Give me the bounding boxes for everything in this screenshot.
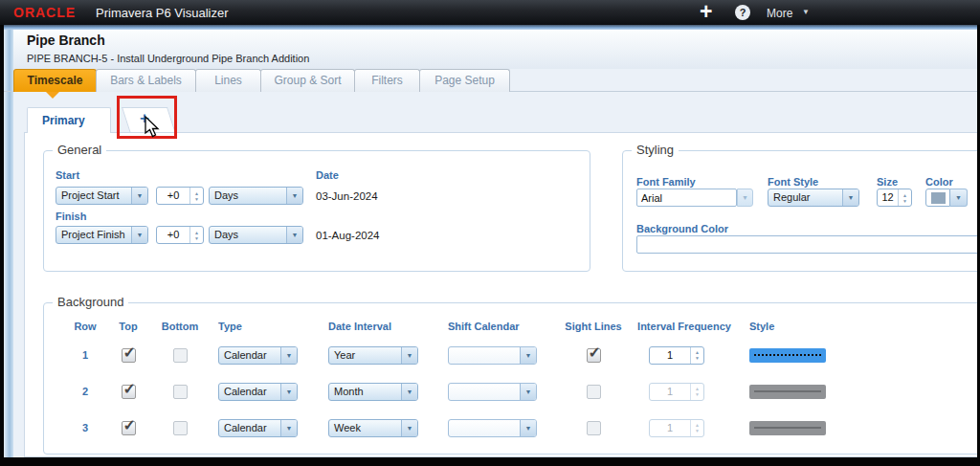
tab-lines[interactable]: Lines xyxy=(195,69,261,92)
chevron-down-icon[interactable] xyxy=(286,227,302,243)
sight-lines-checkbox[interactable] xyxy=(587,385,601,399)
background-color-input[interactable] xyxy=(636,235,980,254)
interval-frequency-spinner[interactable]: 1 xyxy=(649,346,704,365)
background-legend: Background xyxy=(53,295,128,309)
tab-page-setup[interactable]: Page Setup xyxy=(419,69,510,92)
background-row-number: 2 xyxy=(82,386,88,397)
font-family-input[interactable] xyxy=(636,189,737,207)
finish-anchor-select[interactable]: Project Finish xyxy=(56,226,148,244)
finish-offset-stepper[interactable]: +0 xyxy=(156,226,204,244)
sight-lines-checkbox[interactable] xyxy=(587,348,601,363)
start-unit-value: Days xyxy=(210,188,286,204)
bottom-checkbox[interactable] xyxy=(173,421,188,435)
page-subtitle: PIPE BRANCH-5 - Install Underground Pipe… xyxy=(27,53,309,64)
chevron-down-icon[interactable] xyxy=(520,347,536,364)
spinner-arrows-icon[interactable] xyxy=(690,347,703,364)
style-line-preview xyxy=(754,390,821,392)
shift-calendar-select[interactable] xyxy=(448,419,537,437)
start-anchor-select[interactable]: Project Start xyxy=(56,187,148,205)
general-legend: General xyxy=(53,143,106,157)
table-cell xyxy=(742,337,842,373)
date-interval-select[interactable]: Week xyxy=(328,419,418,437)
more-menu[interactable]: More xyxy=(767,7,792,20)
style-line-preview xyxy=(754,427,821,429)
chevron-down-icon[interactable] xyxy=(401,384,417,400)
chevron-down-icon[interactable]: ▼ xyxy=(802,8,810,16)
style-button[interactable] xyxy=(749,421,826,435)
tab-group-sort[interactable]: Group & Sort xyxy=(260,69,355,92)
table-cell: Calendar xyxy=(209,337,321,373)
interval-frequency-spinner: 1 xyxy=(649,419,704,437)
spinner-arrows-icon[interactable] xyxy=(189,227,203,243)
chevron-down-icon[interactable] xyxy=(280,347,297,364)
start-offset-stepper[interactable]: +0 xyxy=(156,187,204,205)
shift-calendar-select[interactable] xyxy=(448,383,537,401)
finish-unit-select[interactable]: Days xyxy=(209,226,303,244)
finish-offset-value: +0 xyxy=(157,227,189,243)
interval-frequency-spinner-value: 1 xyxy=(650,384,690,400)
chevron-down-icon[interactable] xyxy=(401,347,417,364)
app-window: ORACLE Primavera P6 Visualizer + ? More … xyxy=(0,0,980,466)
chevron-down-icon[interactable] xyxy=(737,189,753,207)
start-unit-select[interactable]: Days xyxy=(209,187,303,205)
table-cell: Calendar xyxy=(209,373,321,410)
date-interval-select-value: Month xyxy=(329,384,401,400)
column-bottom: Bottom xyxy=(151,321,209,332)
subtab-primary[interactable]: Primary xyxy=(27,107,111,133)
table-cell xyxy=(440,337,560,373)
spinner-arrows-icon[interactable] xyxy=(189,188,203,204)
font-color-select[interactable] xyxy=(925,189,968,207)
font-size-stepper[interactable]: 12 xyxy=(877,189,912,207)
column-row: Row xyxy=(65,321,105,332)
chevron-down-icon[interactable] xyxy=(401,420,417,436)
font-style-value: Regular xyxy=(768,189,842,206)
finish-date-value: 01-Aug-2024 xyxy=(316,230,380,241)
chevron-down-icon[interactable] xyxy=(280,420,297,436)
background-table: Row Top Bottom Type Date Interval Shift … xyxy=(65,316,842,446)
shift-calendar-select[interactable] xyxy=(448,346,537,365)
background-table-rows: 1CalendarYear12CalendarMonth13CalendarWe… xyxy=(65,337,842,446)
tab-bars-labels[interactable]: Bars & Labels xyxy=(96,69,196,92)
top-checkbox[interactable] xyxy=(122,421,136,435)
font-style-select[interactable]: Regular xyxy=(768,189,859,207)
table-cell xyxy=(151,337,209,373)
chevron-down-icon[interactable] xyxy=(131,188,147,204)
date-interval-select[interactable]: Year xyxy=(328,346,418,365)
chevron-down-icon[interactable] xyxy=(950,189,968,207)
chevron-down-icon[interactable] xyxy=(280,384,297,400)
shift-calendar-select-value xyxy=(449,347,520,364)
column-type: Type xyxy=(209,321,321,332)
font-family-label: Font Family xyxy=(636,176,696,188)
mouse-cursor-icon xyxy=(144,116,161,139)
start-offset-value: +0 xyxy=(157,188,189,204)
type-select[interactable]: Calendar xyxy=(218,419,298,437)
window-border-bottom xyxy=(0,457,980,466)
font-size-value: 12 xyxy=(878,189,898,206)
type-select[interactable]: Calendar xyxy=(218,346,298,365)
color-well[interactable] xyxy=(925,189,950,207)
help-icon[interactable]: ? xyxy=(735,5,750,20)
sight-lines-checkbox[interactable] xyxy=(587,421,601,435)
spinner-arrows-icon[interactable] xyxy=(898,189,911,206)
top-checkbox[interactable] xyxy=(122,385,136,399)
spinner-arrows-icon xyxy=(690,384,703,400)
type-select[interactable]: Calendar xyxy=(218,383,298,401)
style-button[interactable] xyxy=(749,385,826,399)
chevron-down-icon[interactable] xyxy=(131,227,147,243)
bottom-checkbox[interactable] xyxy=(173,348,188,363)
table-cell: Month xyxy=(321,373,440,410)
tab-timescale[interactable]: Timescale xyxy=(13,69,97,92)
chevron-down-icon[interactable] xyxy=(520,384,536,400)
chevron-down-icon[interactable] xyxy=(286,188,302,204)
table-cell xyxy=(105,373,151,410)
date-interval-select[interactable]: Month xyxy=(328,383,418,401)
window-border-left xyxy=(0,25,4,466)
tab-filters[interactable]: Filters xyxy=(354,69,420,92)
chevron-down-icon[interactable] xyxy=(520,420,536,436)
add-icon[interactable]: + xyxy=(700,0,712,25)
top-checkbox[interactable] xyxy=(122,348,136,363)
chevron-down-icon[interactable] xyxy=(842,189,858,206)
bottom-checkbox[interactable] xyxy=(173,385,188,399)
style-button[interactable] xyxy=(749,348,826,363)
table-cell: 1 xyxy=(627,410,742,446)
